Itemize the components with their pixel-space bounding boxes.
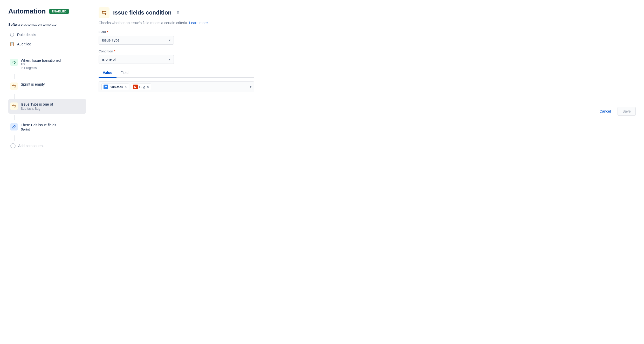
action-content: Then: Edit issue fields Sprint [21,123,84,131]
sprint-condition-content: Sprint is empty [21,82,84,86]
panel-header: Issue fields condition 🗑 [99,7,636,18]
field-required: * [107,30,108,34]
tab-value[interactable]: Value [99,68,117,78]
audit-log-label: Audit log [17,42,31,46]
issue-type-condition-subtitle: Sub-task, Bug [21,107,84,111]
condition-select-value: is one of [102,57,116,61]
value-field-tabs: Value Field [99,68,254,78]
remove-bug-button[interactable]: × [147,85,149,89]
add-icon: + [10,143,16,148]
bug-label: Bug [139,85,145,89]
trigger-subtitle: In Progress [21,66,84,70]
connector-4 [14,135,15,141]
tag-subtask: ⊏ Sub-task × [101,84,129,90]
bug-type-icon: ▶ [133,85,138,89]
condition-required: * [114,49,115,53]
panel-icon [99,7,109,18]
issue-type-condition-icon [10,102,18,110]
field-label: Field * [99,30,636,34]
condition-label: Condition * [99,49,636,53]
footer-actions: Cancel Save [99,103,636,116]
trigger-title: When: Issue transitioned [21,58,84,63]
sprint-condition-icon [10,82,18,90]
condition-chevron-icon: ▾ [169,58,170,61]
panel-description: Checks whether an issue's field meets a … [99,21,636,25]
trigger-content: When: Issue transitioned TO In Progress [21,58,84,70]
tag-input[interactable]: ⊏ Sub-task × ▶ Bug × ▾ [99,81,254,92]
step-sprint-condition[interactable]: Sprint is empty [8,79,86,93]
field-select-value: Issue Type [102,38,119,42]
trigger-to-label: TO [21,63,84,66]
sidebar-item-rule-details[interactable]: ⓘ Rule details [8,30,86,39]
connector-2 [14,94,15,99]
sidebar: Automation ENABLED Software automation t… [8,7,86,337]
connector-1 [14,74,15,79]
enabled-badge: ENABLED [49,9,69,14]
add-component-button[interactable]: + Add component [8,141,86,151]
connector-3 [14,115,15,120]
panel-title: Issue fields condition [113,9,172,16]
step-action[interactable]: Then: Edit issue fields Sprint [8,120,86,134]
main-panel: Issue fields condition 🗑 Checks whether … [99,7,636,337]
remove-subtask-button[interactable]: × [125,85,127,89]
trigger-icon [10,59,18,66]
step-trigger[interactable]: When: Issue transitioned TO In Progress [8,55,86,73]
tag-input-chevron-icon: ▾ [250,85,251,89]
step-issue-type-condition[interactable]: Issue Type is one of Sub-task, Bug [8,99,86,114]
condition-select[interactable]: is one of ▾ [99,55,174,64]
page-title: Automation [8,7,46,15]
cancel-button[interactable]: Cancel [596,107,614,116]
rule-details-label: Rule details [17,33,36,37]
add-component-label: Add component [18,144,44,148]
action-icon [10,123,18,130]
sidebar-divider [8,52,86,52]
audit-icon: 📋 [9,42,15,47]
tag-bug: ▶ Bug × [131,84,151,90]
issue-type-condition-content: Issue Type is one of Sub-task, Bug [21,102,84,111]
subtask-label: Sub-task [110,85,123,89]
subtask-type-icon: ⊏ [104,85,108,89]
field-select[interactable]: Issue Type ▾ [99,36,174,45]
action-subtitle: Sprint [21,128,84,131]
save-button[interactable]: Save [618,107,636,116]
header-row: Automation ENABLED [8,7,86,15]
field-chevron-icon: ▾ [169,38,170,42]
info-icon: ⓘ [9,32,15,37]
sprint-condition-title: Sprint is empty [21,82,84,86]
tab-field[interactable]: Field [117,68,133,78]
template-label: Software automation template [8,23,86,26]
action-title: Then: Edit issue fields [21,123,84,127]
sidebar-item-audit-log[interactable]: 📋 Audit log [8,39,86,49]
learn-more-link[interactable]: Learn more. [189,21,209,25]
delete-icon[interactable]: 🗑 [176,10,180,15]
issue-type-condition-title: Issue Type is one of [21,102,84,106]
